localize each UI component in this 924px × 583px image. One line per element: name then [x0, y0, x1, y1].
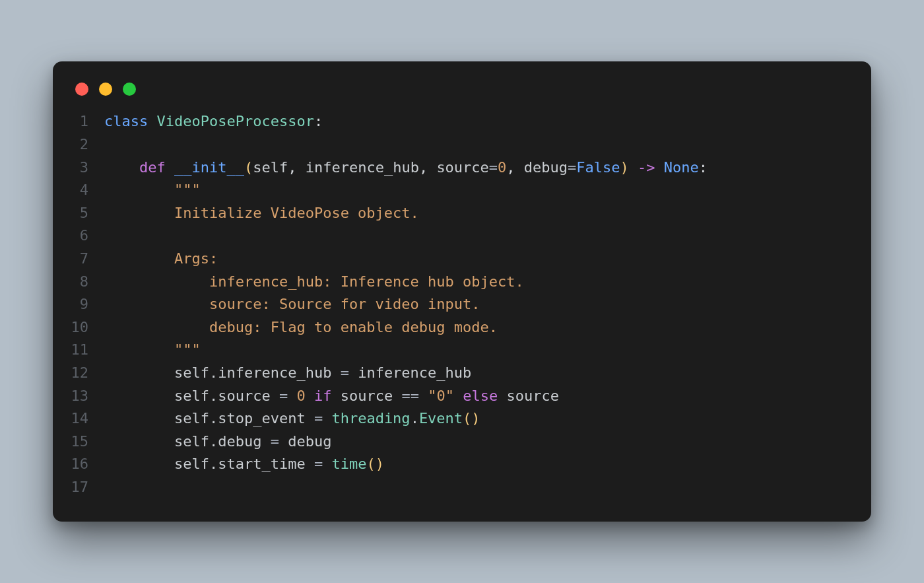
- code-content: self.start_time = time(): [104, 453, 384, 476]
- line-number: 8: [70, 271, 104, 294]
- code-line: 2: [70, 133, 854, 156]
- minimize-icon[interactable]: [99, 83, 112, 96]
- line-number: 13: [70, 385, 104, 408]
- code-line: 17: [70, 476, 854, 499]
- code-content: Initialize VideoPose object.: [104, 202, 419, 225]
- code-line: 16 self.start_time = time(): [70, 453, 854, 476]
- code-line: 4 """: [70, 179, 854, 202]
- code-content: source: Source for video input.: [104, 293, 480, 316]
- line-number: 1: [70, 110, 104, 133]
- code-content: self.stop_event = threading.Event(): [104, 407, 480, 430]
- code-content: Args:: [104, 248, 218, 271]
- zoom-icon[interactable]: [123, 83, 136, 96]
- code-content: debug: Flag to enable debug mode.: [104, 316, 498, 339]
- code-editor[interactable]: 1 class VideoPoseProcessor: 2 3 def __in…: [70, 110, 854, 498]
- line-number: 17: [70, 476, 104, 499]
- code-content: class VideoPoseProcessor:: [104, 110, 323, 133]
- line-number: 14: [70, 407, 104, 430]
- line-number: 6: [70, 224, 104, 248]
- code-content: self.inference_hub = inference_hub: [104, 362, 471, 385]
- line-number: 7: [70, 248, 104, 271]
- line-number: 9: [70, 293, 104, 316]
- line-number: 4: [70, 179, 104, 202]
- code-line: 9 source: Source for video input.: [70, 293, 854, 316]
- code-line: 7 Args:: [70, 248, 854, 271]
- code-line: 14 self.stop_event = threading.Event(): [70, 407, 854, 430]
- code-line: 6: [70, 224, 854, 248]
- code-content: self.debug = debug: [104, 430, 331, 454]
- code-line: 3 def __init__(self, inference_hub, sour…: [70, 156, 854, 180]
- code-line: 1 class VideoPoseProcessor:: [70, 110, 854, 133]
- code-line: 12 self.inference_hub = inference_hub: [70, 362, 854, 385]
- code-line: 5 Initialize VideoPose object.: [70, 202, 854, 225]
- line-number: 3: [70, 156, 104, 180]
- code-window: 1 class VideoPoseProcessor: 2 3 def __in…: [53, 61, 871, 521]
- code-line: 11 """: [70, 339, 854, 362]
- traffic-lights: [70, 79, 854, 110]
- code-content: self.source = 0 if source == "0" else so…: [104, 385, 559, 408]
- code-line: 15 self.debug = debug: [70, 430, 854, 454]
- line-number: 5: [70, 202, 104, 225]
- line-number: 11: [70, 339, 104, 362]
- line-number: 12: [70, 362, 104, 385]
- code-content: """: [104, 179, 201, 202]
- code-content: """: [104, 339, 201, 362]
- code-content: inference_hub: Inference hub object.: [104, 271, 524, 294]
- code-line: 13 self.source = 0 if source == "0" else…: [70, 385, 854, 408]
- line-number: 16: [70, 453, 104, 476]
- close-icon[interactable]: [75, 83, 88, 96]
- line-number: 10: [70, 316, 104, 339]
- code-content: def __init__(self, inference_hub, source…: [104, 156, 708, 180]
- code-line: 10 debug: Flag to enable debug mode.: [70, 316, 854, 339]
- line-number: 15: [70, 430, 104, 454]
- line-number: 2: [70, 133, 104, 156]
- code-line: 8 inference_hub: Inference hub object.: [70, 271, 854, 294]
